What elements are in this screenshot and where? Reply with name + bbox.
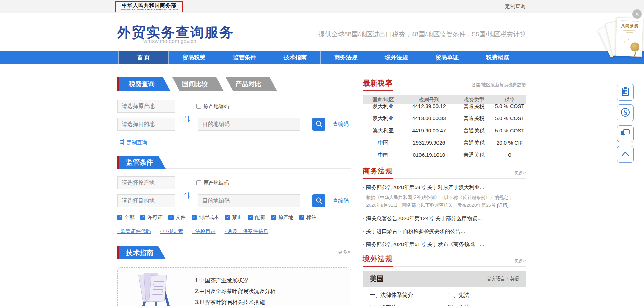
promo-book-banner[interactable]: 共同梦想	[603, 17, 644, 58]
checkbox-unchecked-icon	[196, 180, 201, 185]
news-item[interactable]: · 商务部公告2020年第61号 关于发布《商务领域一...	[363, 241, 526, 248]
filter-checkbox-forbidden[interactable]: 禁止	[225, 214, 242, 221]
news-item[interactable]: · 关于进口蒙古国面粉检验检疫要求的公告...	[363, 228, 526, 235]
nav-item-overseas-regs[interactable]: 境外法规	[371, 51, 422, 64]
filter-checkbox-cif-cost[interactable]: 到岸成本	[192, 214, 219, 221]
custom-query-link[interactable]: 定制查询	[127, 139, 147, 146]
overseas-regs-more-link[interactable]: 更多>	[514, 257, 526, 264]
nav-item-home[interactable]: 首 页	[118, 51, 169, 64]
table-row: 澳大利亚 4413.00.00.33 普通关税 5.0 % COST	[363, 112, 526, 125]
destination-code-input[interactable]	[198, 118, 300, 131]
nav-item-trade-tax[interactable]: 贸易税费	[169, 51, 219, 64]
main-nav-items: 首 页 贸易税费 监管条件 技术指南 商务法规 境外法规 贸易单证 税费概览	[118, 51, 526, 64]
back-to-top-button[interactable]	[617, 146, 634, 163]
nav-item-tax-overview[interactable]: 税费概览	[472, 51, 523, 64]
country-language: 官方语言：英语	[487, 276, 519, 282]
links-button[interactable]	[617, 104, 634, 121]
table-row: 中国 2932.99.9026 普通关税 20.0 % CIF	[363, 137, 526, 149]
badge-accent-bar	[117, 246, 119, 259]
dandelion-illustration	[630, 42, 640, 52]
supervision-search-button[interactable]	[312, 194, 325, 207]
country-bar: 美国 官方语言：英语	[363, 271, 526, 287]
feedback-button[interactable]	[617, 125, 634, 142]
detail-link[interactable]: [详情]	[497, 203, 509, 208]
supervision-origin-code-checkbox[interactable]: 原产地编码	[196, 180, 229, 186]
supervision-lookup-code-link[interactable]: 查编码	[333, 197, 349, 205]
tab-country-compare[interactable]: 国间比较	[172, 77, 224, 91]
origin-select[interactable]: 请选择原产地	[117, 100, 175, 113]
nav-item-supervision[interactable]: 监管条件	[219, 51, 270, 64]
supervision-destination-code-input[interactable]	[198, 194, 300, 207]
promo-book-front-cover: 共同梦想	[616, 17, 643, 57]
tech-guide-section-header: 技术指南 更多>	[117, 246, 351, 259]
topbar-custom-query-link[interactable]: 定制查询	[505, 0, 525, 13]
nav-item-tech-guide[interactable]: 技术指南	[270, 51, 321, 64]
filter-checkbox-document[interactable]: 文件	[168, 214, 186, 221]
link-legal-system-intro[interactable]: 一、法律体系简介	[370, 292, 448, 299]
close-icon[interactable]: ✕	[632, 9, 642, 19]
mofcom-logo[interactable]: 中华人民共和国商务部 MINISTRY OF COMMERCE PEOPLE'S…	[115, 1, 183, 12]
business-regs-more-link[interactable]: 更多>	[514, 170, 526, 176]
link-constitution[interactable]: 二、宪法	[448, 292, 526, 299]
checkbox-checked-icon	[299, 215, 304, 220]
swap-icon[interactable]	[184, 115, 190, 125]
checkbox-checked-icon	[271, 215, 276, 220]
tab-product-compare[interactable]: 产品对比	[226, 77, 277, 91]
supervision-section-header: 监管条件	[117, 156, 351, 169]
checkbox-checked-icon	[192, 215, 197, 220]
column-country: 国家/地区	[363, 97, 404, 103]
rates-table-header: 国家/地区 税则号列 税费类型 税率	[363, 95, 526, 104]
supervision-quick-links: · 监管证件代码 · 申报要素 · 法检目录 · 两反一保案件信息	[117, 228, 351, 235]
right-column: 最新税率 各国/地区最新贸易税费数据 国家/地区 税则号列 税费类型 税率 澳大…	[363, 78, 526, 306]
latest-rates-subtitle: 各国/地区最新贸易税费数据	[471, 82, 526, 88]
site-tagline: 提供全球88国/地区进出口税费，48国/地区监管条件，55国/地区税费计算	[204, 30, 526, 39]
filter-checkbox-all[interactable]: 全部	[117, 214, 135, 221]
tech-guide-list: 1.中国茶产业发展状况 2.中国及全球茶叶贸易状况及分析 3.世界茶叶贸易相关技…	[195, 275, 275, 306]
tech-guide-more-link[interactable]: 更多>	[338, 249, 350, 255]
supervision-origin-select[interactable]: 请选择原产地	[117, 176, 175, 189]
link-declaration-elements[interactable]: · 申报要素	[160, 228, 183, 235]
logo-title: 中华人民共和国商务部	[122, 2, 176, 8]
column-rate: 税率	[494, 97, 526, 103]
tech-guide-item[interactable]: 3.世界茶叶贸易相关技术措施	[195, 297, 275, 306]
link-supervision-cert-code[interactable]: · 监管证件代码	[117, 228, 151, 235]
supervision-destination-select[interactable]: 请选择目的地	[117, 194, 175, 207]
news-item[interactable]: · 海关总署公告2020年第124号 关于部分医疗物资...	[363, 215, 526, 222]
news-summary: 根据《中华人民共和国反补贴条例》（以下称《反补贴条例》）的规定，2020年8月3…	[363, 194, 523, 209]
destination-select[interactable]: 请选择目的地	[117, 118, 175, 131]
nav-item-business-regs[interactable]: 商务法规	[321, 51, 371, 64]
top-bar: 中华人民共和国商务部 MINISTRY OF COMMERCE PEOPLE'S…	[0, 0, 644, 13]
tab-tax-query[interactable]: 税费查询	[119, 77, 171, 91]
latest-rates-header: 最新税率 各国/地区最新贸易税费数据	[363, 78, 526, 91]
survey-button[interactable]	[617, 84, 634, 101]
news-item-featured[interactable]: · 商务部公告2020年第58号 关于对原产于澳大利亚...	[363, 184, 526, 191]
link-state-law[interactable]: 四、州法	[448, 304, 526, 306]
supervision-filters: 全部 许可证 文件 到岸成本 禁止 配额 原产地 标注	[117, 214, 351, 221]
filter-checkbox-quota[interactable]: 配额	[248, 214, 265, 221]
filter-checkbox-origin[interactable]: 原产地	[271, 214, 293, 221]
lookup-code-link[interactable]: 查编码	[333, 121, 349, 128]
overseas-regs-header: 境外法规 更多>	[363, 254, 526, 267]
origin-code-checkbox[interactable]: 原产地编码	[196, 103, 229, 110]
custom-query-row[interactable]: 定制查询	[119, 139, 351, 147]
nav-item-trade-docs[interactable]: 贸易单证	[422, 51, 472, 64]
calculator-icon	[119, 139, 124, 147]
search-icon	[315, 120, 323, 129]
link-trade-remedy-cases[interactable]: · 两反一保案件信息	[225, 228, 268, 235]
link-federal-law[interactable]: 三、联邦法	[370, 304, 448, 306]
rates-table-body: 澳大利亚 4412.39.00.12 普通关税 5.0 % COST 澳大利亚 …	[363, 104, 526, 159]
left-column: 税费查询 国间比较 产品对比 请选择原产地 原产地编码 请选择目的地	[117, 77, 351, 306]
checkbox-unchecked-icon	[196, 104, 201, 109]
search-button[interactable]	[312, 118, 325, 131]
tech-guide-item[interactable]: 1.中国茶产业发展状况	[195, 275, 275, 286]
tech-guide-item[interactable]: 2.中国及全球茶叶贸易状况及分析	[195, 286, 275, 297]
filter-checkbox-license[interactable]: 许可证	[140, 214, 163, 221]
main-nav: 首 页 贸易税费 监管条件 技术指南 商务法规 境外法规 贸易单证 税费概览	[0, 51, 644, 64]
link-inspection-catalog[interactable]: · 法检目录	[192, 228, 215, 235]
filter-checkbox-label[interactable]: 标注	[299, 214, 317, 221]
business-regs-header: 商务法规 更多>	[363, 166, 526, 179]
badge-accent-bar	[117, 156, 119, 169]
checkbox-checked-icon	[248, 215, 253, 220]
table-row: 中国 0106.19.1010 普通关税 0	[363, 149, 526, 159]
swap-icon[interactable]	[184, 192, 190, 201]
